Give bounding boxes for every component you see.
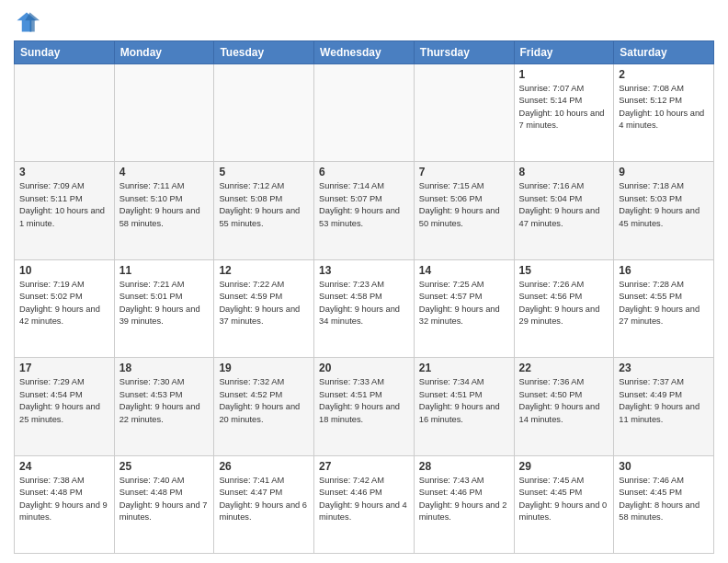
calendar-cell: 2Sunrise: 7:08 AM Sunset: 5:12 PM Daylig… <box>614 64 714 162</box>
calendar-cell: 25Sunrise: 7:40 AM Sunset: 4:48 PM Dayli… <box>114 455 214 553</box>
day-info: Sunrise: 7:42 AM Sunset: 4:46 PM Dayligh… <box>319 475 409 524</box>
weekday-header: Friday <box>514 41 614 64</box>
day-info: Sunrise: 7:08 AM Sunset: 5:12 PM Dayligh… <box>619 83 709 132</box>
calendar-cell: 6Sunrise: 7:14 AM Sunset: 5:07 PM Daylig… <box>314 162 415 259</box>
day-number: 9 <box>619 166 709 178</box>
calendar-cell: 17Sunrise: 7:29 AM Sunset: 4:54 PM Dayli… <box>15 358 115 455</box>
weekday-header: Tuesday <box>214 41 314 64</box>
calendar-row: 24Sunrise: 7:38 AM Sunset: 4:48 PM Dayli… <box>15 455 714 553</box>
day-info: Sunrise: 7:14 AM Sunset: 5:07 PM Dayligh… <box>319 180 409 230</box>
calendar-cell: 14Sunrise: 7:25 AM Sunset: 4:57 PM Dayli… <box>414 259 514 357</box>
header <box>14 9 714 35</box>
calendar-cell: 21Sunrise: 7:34 AM Sunset: 4:51 PM Dayli… <box>414 358 514 455</box>
calendar-cell: 15Sunrise: 7:26 AM Sunset: 4:56 PM Dayli… <box>514 259 614 357</box>
day-info: Sunrise: 7:45 AM Sunset: 4:45 PM Dayligh… <box>519 475 609 524</box>
calendar-cell: 7Sunrise: 7:15 AM Sunset: 5:06 PM Daylig… <box>414 162 514 259</box>
day-number: 17 <box>19 362 109 374</box>
day-info: Sunrise: 7:15 AM Sunset: 5:06 PM Dayligh… <box>419 180 509 230</box>
calendar-body: 1Sunrise: 7:07 AM Sunset: 5:14 PM Daylig… <box>15 64 714 554</box>
day-number: 11 <box>119 264 210 277</box>
calendar-cell: 10Sunrise: 7:19 AM Sunset: 5:02 PM Dayli… <box>15 259 115 357</box>
calendar-cell: 29Sunrise: 7:45 AM Sunset: 4:45 PM Dayli… <box>514 455 614 553</box>
day-number: 26 <box>219 460 309 473</box>
day-info: Sunrise: 7:46 AM Sunset: 4:45 PM Dayligh… <box>619 475 709 524</box>
calendar-row: 10Sunrise: 7:19 AM Sunset: 5:02 PM Dayli… <box>15 259 714 357</box>
day-info: Sunrise: 7:41 AM Sunset: 4:47 PM Dayligh… <box>219 475 309 524</box>
day-info: Sunrise: 7:29 AM Sunset: 4:54 PM Dayligh… <box>19 376 109 426</box>
day-info: Sunrise: 7:28 AM Sunset: 4:55 PM Dayligh… <box>619 279 709 328</box>
day-info: Sunrise: 7:36 AM Sunset: 4:50 PM Dayligh… <box>519 376 609 426</box>
day-number: 18 <box>119 362 210 374</box>
day-info: Sunrise: 7:33 AM Sunset: 4:51 PM Dayligh… <box>319 376 409 426</box>
day-number: 2 <box>619 68 709 81</box>
day-number: 14 <box>419 264 509 277</box>
calendar-cell: 13Sunrise: 7:23 AM Sunset: 4:58 PM Dayli… <box>314 259 415 357</box>
day-number: 30 <box>619 460 709 473</box>
calendar-cell: 28Sunrise: 7:43 AM Sunset: 4:46 PM Dayli… <box>414 455 514 553</box>
day-info: Sunrise: 7:40 AM Sunset: 4:48 PM Dayligh… <box>119 475 210 524</box>
day-info: Sunrise: 7:37 AM Sunset: 4:49 PM Dayligh… <box>619 376 709 426</box>
day-number: 23 <box>619 362 709 374</box>
calendar-cell: 16Sunrise: 7:28 AM Sunset: 4:55 PM Dayli… <box>614 259 714 357</box>
day-number: 10 <box>19 264 109 277</box>
day-info: Sunrise: 7:25 AM Sunset: 4:57 PM Dayligh… <box>419 279 509 328</box>
calendar-cell: 5Sunrise: 7:12 AM Sunset: 5:08 PM Daylig… <box>214 162 314 259</box>
day-info: Sunrise: 7:16 AM Sunset: 5:04 PM Dayligh… <box>519 180 609 230</box>
weekday-header: Saturday <box>614 41 714 64</box>
calendar-cell: 27Sunrise: 7:42 AM Sunset: 4:46 PM Dayli… <box>314 455 415 553</box>
day-info: Sunrise: 7:11 AM Sunset: 5:10 PM Dayligh… <box>119 180 210 230</box>
calendar-cell <box>314 64 415 162</box>
day-number: 12 <box>219 264 309 277</box>
logo-icon <box>14 9 40 35</box>
calendar-cell: 19Sunrise: 7:32 AM Sunset: 4:52 PM Dayli… <box>214 358 314 455</box>
calendar-cell <box>414 64 514 162</box>
day-number: 22 <box>519 362 609 374</box>
day-number: 21 <box>419 362 509 374</box>
day-info: Sunrise: 7:26 AM Sunset: 4:56 PM Dayligh… <box>519 279 609 328</box>
day-number: 13 <box>319 264 409 277</box>
day-number: 25 <box>119 460 210 473</box>
day-number: 16 <box>619 264 709 277</box>
calendar-cell: 26Sunrise: 7:41 AM Sunset: 4:47 PM Dayli… <box>214 455 314 553</box>
day-number: 8 <box>519 166 609 178</box>
day-number: 5 <box>219 166 309 178</box>
day-number: 20 <box>319 362 409 374</box>
day-number: 4 <box>119 166 210 178</box>
calendar-cell: 30Sunrise: 7:46 AM Sunset: 4:45 PM Dayli… <box>614 455 714 553</box>
weekday-header: Thursday <box>414 41 514 64</box>
calendar-cell: 3Sunrise: 7:09 AM Sunset: 5:11 PM Daylig… <box>15 162 115 259</box>
day-info: Sunrise: 7:22 AM Sunset: 4:59 PM Dayligh… <box>219 279 309 328</box>
day-number: 27 <box>319 460 409 473</box>
day-info: Sunrise: 7:09 AM Sunset: 5:11 PM Dayligh… <box>19 180 109 230</box>
calendar-row: 1Sunrise: 7:07 AM Sunset: 5:14 PM Daylig… <box>15 64 714 162</box>
calendar-header-row: SundayMondayTuesdayWednesdayThursdayFrid… <box>15 41 714 64</box>
calendar-cell: 20Sunrise: 7:33 AM Sunset: 4:51 PM Dayli… <box>314 358 415 455</box>
calendar-table: SundayMondayTuesdayWednesdayThursdayFrid… <box>14 40 714 554</box>
calendar-cell <box>214 64 314 162</box>
calendar-cell: 23Sunrise: 7:37 AM Sunset: 4:49 PM Dayli… <box>614 358 714 455</box>
day-info: Sunrise: 7:34 AM Sunset: 4:51 PM Dayligh… <box>419 376 509 426</box>
day-info: Sunrise: 7:23 AM Sunset: 4:58 PM Dayligh… <box>319 279 409 328</box>
calendar-cell: 12Sunrise: 7:22 AM Sunset: 4:59 PM Dayli… <box>214 259 314 357</box>
day-number: 15 <box>519 264 609 277</box>
day-number: 28 <box>419 460 509 473</box>
day-number: 7 <box>419 166 509 178</box>
calendar-cell: 24Sunrise: 7:38 AM Sunset: 4:48 PM Dayli… <box>15 455 115 553</box>
page: SundayMondayTuesdayWednesdayThursdayFrid… <box>0 0 728 563</box>
weekday-header: Sunday <box>15 41 115 64</box>
calendar-cell: 1Sunrise: 7:07 AM Sunset: 5:14 PM Daylig… <box>514 64 614 162</box>
day-info: Sunrise: 7:18 AM Sunset: 5:03 PM Dayligh… <box>619 180 709 230</box>
calendar-row: 3Sunrise: 7:09 AM Sunset: 5:11 PM Daylig… <box>15 162 714 259</box>
calendar-cell: 22Sunrise: 7:36 AM Sunset: 4:50 PM Dayli… <box>514 358 614 455</box>
calendar-cell: 9Sunrise: 7:18 AM Sunset: 5:03 PM Daylig… <box>614 162 714 259</box>
day-info: Sunrise: 7:21 AM Sunset: 5:01 PM Dayligh… <box>119 279 210 328</box>
weekday-header: Monday <box>114 41 214 64</box>
calendar-cell <box>15 64 115 162</box>
day-number: 19 <box>219 362 309 374</box>
calendar-cell <box>114 64 214 162</box>
day-info: Sunrise: 7:43 AM Sunset: 4:46 PM Dayligh… <box>419 475 509 524</box>
day-info: Sunrise: 7:30 AM Sunset: 4:53 PM Dayligh… <box>119 376 210 426</box>
day-number: 24 <box>19 460 109 473</box>
day-info: Sunrise: 7:38 AM Sunset: 4:48 PM Dayligh… <box>19 475 109 524</box>
day-info: Sunrise: 7:12 AM Sunset: 5:08 PM Dayligh… <box>219 180 309 230</box>
